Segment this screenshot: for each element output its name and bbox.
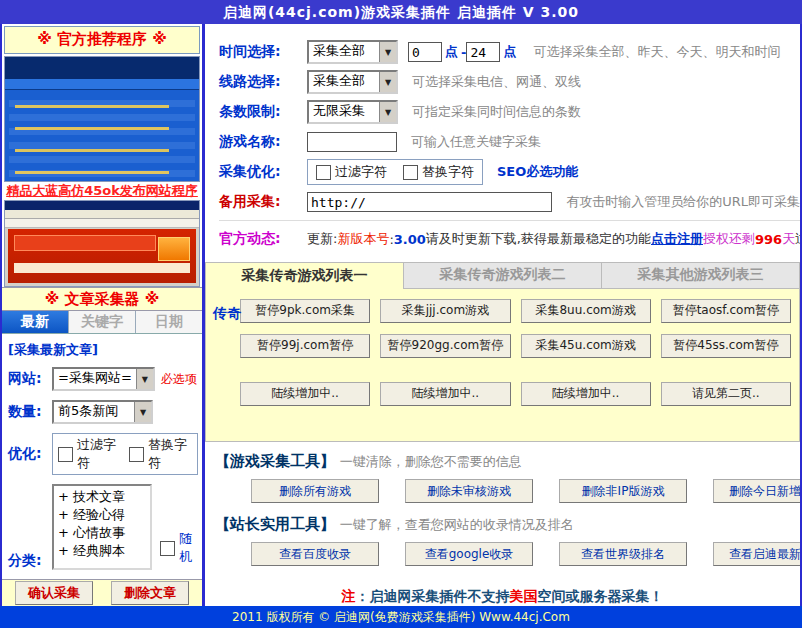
sidebar-tab-date[interactable]: 日期	[136, 311, 202, 333]
dropdown-arrow-icon: ▼	[379, 42, 396, 62]
backup-label: 备用采集:	[219, 193, 307, 211]
game-source-button[interactable]: 采集jjj.com游戏	[380, 299, 510, 323]
promo-screenshot-blue-site[interactable]	[4, 56, 200, 182]
game-source-button[interactable]: 暂停45ss.com暂停	[661, 334, 791, 358]
title-bar: 启迪网(44cj.com)游戏采集插件 启迪插件 Ⅴ 3.00	[0, 0, 802, 24]
category-item[interactable]: + 经验心得	[58, 506, 146, 524]
game-tools-header: 【游戏采集工具】 一键清除，删除您不需要的信息	[215, 452, 790, 471]
replace-chars-checkbox[interactable]	[129, 447, 144, 462]
line-select[interactable]: 采集全部 ▼	[307, 70, 398, 94]
news-update-text: 更新:	[307, 230, 337, 248]
collect-optimize-options: 过滤字符 替换字符	[307, 159, 483, 185]
game-source-button[interactable]: 陆续增加中..	[240, 382, 370, 406]
copyright-bar: 2011 版权所有 © 启迪网(免费游戏采集插件) Www.44cj.Com	[0, 606, 802, 628]
game-tab-other-list-3[interactable]: 采集其他游戏列表三	[602, 262, 800, 289]
confirm-collect-button[interactable]: 确认采集	[15, 581, 93, 605]
game-tools-title: 【游戏采集工具】	[215, 452, 335, 470]
sidebar-tab-latest[interactable]: 最新	[2, 311, 69, 333]
auth-days-value: 996	[755, 232, 782, 247]
category-label: 分类:	[8, 552, 52, 570]
category-item[interactable]: + 技术文章	[58, 488, 146, 506]
sidebar-actions: 确认采集 删除文章	[2, 579, 202, 606]
delete-today-games-button[interactable]: 删除今日新增游戏	[713, 479, 800, 503]
delete-non-ip-games-button[interactable]: 删除非IP版游戏	[559, 479, 687, 503]
backup-row: 备用采集: 有攻击时输入管理员给你的URL即可采集	[219, 190, 800, 214]
count-select-value: 前5条新闻	[54, 402, 134, 422]
sidebar-section-title: [采集最新文章]	[8, 341, 198, 359]
game-source-button[interactable]: 采集45u.com游戏	[521, 334, 651, 358]
site-select[interactable]: =采集网站= ▼	[52, 367, 155, 391]
collect-optimize-label: 采集优化:	[219, 163, 307, 181]
game-name-input[interactable]	[307, 132, 397, 152]
filter-chars-checkbox[interactable]	[58, 447, 73, 462]
promo-screenshot-red-site[interactable]	[4, 200, 200, 287]
legend-side-label: 传奇	[213, 305, 241, 323]
site-row: 网站: =采集网站= ▼ 必选项	[6, 367, 198, 391]
count-row: 数量: 前5条新闻 ▼	[6, 400, 198, 424]
game-tab-legend-list-1[interactable]: 采集传奇游戏列表一	[205, 262, 404, 289]
time-hint: 可选择采集全部、昨天、今天、明天和时间	[533, 43, 780, 61]
main-replace-chars-option[interactable]: 替换字符	[403, 163, 474, 181]
delete-article-button[interactable]: 删除文章	[111, 581, 189, 605]
count-select[interactable]: 前5条新闻 ▼	[52, 400, 153, 424]
time-row: 时间选择: 采集全部 ▼ 点 - 点 可选择采集全部、昨天、今天、明天和时间	[219, 40, 800, 64]
category-item[interactable]: + 心情故事	[58, 524, 146, 542]
footnote-text1: 启迪网采集插件不支持	[370, 588, 510, 604]
check-qidi-news-button[interactable]: 查看启迪最新动态	[713, 542, 800, 566]
game-next-page-button[interactable]: 请见第二页..	[661, 382, 791, 406]
webmaster-tools-title: 【站长实用工具】	[215, 515, 335, 533]
main-filter-chars-checkbox[interactable]	[316, 165, 331, 180]
category-item[interactable]: + 经典脚本	[58, 542, 146, 560]
footnote-colon: ：	[356, 588, 370, 604]
sidebar-tabs: 最新 关键字 日期	[2, 311, 202, 334]
game-tab-legend-list-2[interactable]: 采集传奇游戏列表二	[404, 262, 602, 289]
game-source-button[interactable]: 陆续增加中..	[380, 382, 510, 406]
main-replace-chars-label: 替换字符	[422, 163, 474, 181]
time-to-input[interactable]	[466, 42, 500, 62]
random-option[interactable]: 随机	[160, 530, 198, 566]
thumb-text-line	[15, 127, 169, 130]
game-source-button[interactable]: 陆续增加中..	[521, 382, 651, 406]
limit-label: 条数限制:	[219, 103, 307, 121]
thumb-addressbar	[5, 219, 199, 228]
check-world-rank-button[interactable]: 查看世界级排名	[559, 542, 687, 566]
dropdown-arrow-icon: ▼	[379, 102, 396, 122]
sidebar-tab-keyword[interactable]: 关键字	[69, 311, 136, 333]
register-link[interactable]: 点击注册	[651, 230, 703, 248]
game-source-button[interactable]: 暂停9pk.com采集	[240, 299, 370, 323]
promo-caption-link[interactable]: 精品大蓝高仿45ok发布网站程序	[2, 182, 202, 201]
time-label: 时间选择:	[219, 43, 307, 61]
main-replace-chars-checkbox[interactable]	[403, 165, 418, 180]
main-filter-chars-option[interactable]: 过滤字符	[316, 163, 387, 181]
main-filter-chars-label: 过滤字符	[335, 163, 387, 181]
optimize-row: 优化: 过滤字符 替换字符	[6, 433, 198, 475]
game-source-button[interactable]: 暂停99j.com暂停	[240, 334, 370, 358]
backup-url-input[interactable]	[307, 192, 552, 212]
thumb-text-line	[15, 105, 169, 108]
auth-remaining-text: 授权还剩	[703, 230, 755, 248]
news-version-label: 新版本号	[337, 230, 389, 248]
sidebar: ※ 官方推荐程序 ※ 精品大蓝高仿45ok发布网站程序	[2, 24, 205, 606]
official-news-row: 官方动态: 更新: 新版本号 : 3.00 请及时更新下载,获得最新最稳定的功能…	[219, 220, 800, 252]
filter-chars-option[interactable]: 过滤字符	[58, 436, 121, 472]
limit-row: 条数限制: 无限采集 ▼ 可指定采集同时间信息的条数	[219, 100, 800, 124]
delete-unreviewed-games-button[interactable]: 删除未审核游戏	[405, 479, 533, 503]
thumb-content	[8, 229, 196, 283]
thumb-titlebar	[5, 201, 199, 210]
game-list-panel: 传奇 暂停9pk.com采集 采集jjj.com游戏 采集8uu.com游戏 暂…	[205, 289, 800, 442]
time-from-input[interactable]	[408, 42, 442, 62]
count-label: 数量:	[8, 403, 52, 421]
category-listbox[interactable]: + 技术文章 + 经验心得 + 心情故事 + 经典脚本	[52, 484, 152, 570]
time-select[interactable]: 采集全部 ▼	[307, 40, 398, 64]
delete-all-games-button[interactable]: 删除所有游戏	[251, 479, 379, 503]
check-baidu-index-button[interactable]: 查看百度收录	[251, 542, 379, 566]
check-google-index-button[interactable]: 查看google收录	[405, 542, 533, 566]
game-source-button[interactable]: 暂停920gg.com暂停	[380, 334, 510, 358]
main-panel: 时间选择: 采集全部 ▼ 点 - 点 可选择采集全部、昨天、今天、明天和时间 线…	[205, 24, 800, 606]
random-checkbox[interactable]	[160, 541, 175, 556]
game-source-button[interactable]: 暂停taosf.com暂停	[661, 299, 791, 323]
line-label: 线路选择:	[219, 73, 307, 91]
replace-chars-option[interactable]: 替换字符	[129, 436, 192, 472]
limit-select[interactable]: 无限采集 ▼	[307, 100, 398, 124]
game-source-button[interactable]: 采集8uu.com游戏	[521, 299, 651, 323]
